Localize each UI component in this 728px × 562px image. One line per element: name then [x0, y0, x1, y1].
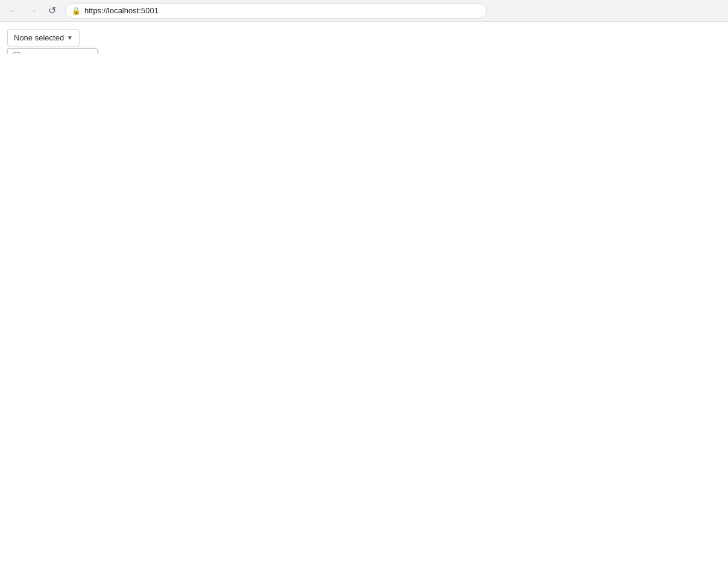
lock-icon: 🔒 — [72, 7, 81, 15]
forward-button[interactable]: → — [24, 2, 41, 19]
select-all-checkbox[interactable] — [13, 52, 20, 54]
back-button[interactable]: ← — [5, 2, 22, 19]
reload-icon: ↺ — [48, 5, 56, 16]
select-all-item[interactable]: Select all — [8, 49, 97, 54]
nav-buttons: ← → ↺ — [5, 2, 60, 19]
chevron-down-icon: ▼ — [67, 34, 73, 41]
address-bar[interactable]: 🔒 https://localhost:5001 — [65, 3, 487, 19]
multiselect-dropdown-button[interactable]: None selected ▼ — [7, 29, 80, 46]
forward-icon: → — [28, 5, 37, 16]
dropdown-scroll-area[interactable]: Select all aaabbbcccdddeeefffgggabc — [8, 49, 97, 54]
browser-chrome: ← → ↺ 🔒 https://localhost:5001 — [0, 0, 728, 22]
dropdown-panel: Select all aaabbbcccdddeeefffgggabc — [7, 48, 98, 54]
back-icon: ← — [8, 5, 18, 16]
select-all-label[interactable]: Select all — [25, 52, 59, 54]
url-text: https://localhost:5001 — [84, 6, 158, 15]
reload-button[interactable]: ↺ — [43, 2, 60, 19]
page-content: None selected ▼ Select all aaabbbcccddde… — [0, 22, 728, 54]
dropdown-label: None selected — [14, 33, 64, 42]
